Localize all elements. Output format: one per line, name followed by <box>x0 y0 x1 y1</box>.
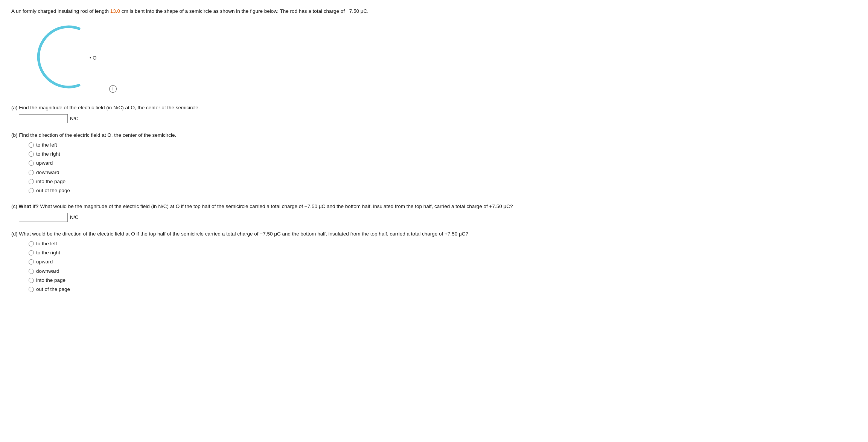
part-d-label-downward: downward <box>36 268 59 275</box>
part-b-radio-downward[interactable] <box>29 170 34 175</box>
part-d-radio-downward[interactable] <box>29 269 34 274</box>
part-c-unit: N/C <box>70 214 78 221</box>
part-b-option-1[interactable]: to the left <box>29 141 857 149</box>
part-b-label-into-page: into the page <box>36 178 65 185</box>
section-c: (c) What if? What would be the magnitude… <box>11 203 857 222</box>
part-c-input-row: N/C <box>19 213 857 222</box>
length-text: cm is bent into the shape of a semicircl… <box>120 8 369 14</box>
part-d-option-5[interactable]: into the page <box>29 277 857 284</box>
part-b-label-left: to the left <box>36 141 57 149</box>
part-d-label-left: to the left <box>36 240 57 248</box>
part-d-letter: (d) <box>11 231 18 237</box>
part-b-radio-upward[interactable] <box>29 161 34 166</box>
info-icon: i <box>109 85 117 93</box>
part-b-label-out-of-page: out of the page <box>36 187 70 194</box>
section-b-label: (b) Find the direction of the electric f… <box>11 132 857 139</box>
part-a-letter: (a) <box>11 105 18 110</box>
section-a: (a) Find the magnitude of the electric f… <box>11 104 857 123</box>
part-d-radio-group: to the left to the right upward downward… <box>29 240 857 294</box>
part-b-option-5[interactable]: into the page <box>29 178 857 185</box>
part-a-unit: N/C <box>70 115 78 122</box>
part-b-radio-into-page[interactable] <box>29 179 34 184</box>
part-d-label-into-page: into the page <box>36 277 65 284</box>
part-d-option-6[interactable]: out of the page <box>29 286 857 293</box>
part-d-radio-upward[interactable] <box>29 259 34 265</box>
part-d-option-2[interactable]: to the right <box>29 249 857 257</box>
part-d-radio-into-page[interactable] <box>29 278 34 283</box>
part-d-option-4[interactable]: downward <box>29 268 857 275</box>
part-b-radio-group: to the left to the right upward downward… <box>29 141 857 195</box>
center-label: • O <box>90 54 96 62</box>
part-d-label-right: to the right <box>36 249 60 257</box>
part-c-letter: (c) <box>11 203 17 209</box>
part-d-option-3[interactable]: upward <box>29 258 857 266</box>
part-b-label-downward: downward <box>36 169 59 176</box>
part-b-label-right: to the right <box>36 150 60 158</box>
part-b-radio-right[interactable] <box>29 151 34 157</box>
part-c-text: What would be the magnitude of the elect… <box>39 203 513 209</box>
part-a-input-row: N/C <box>19 114 857 123</box>
part-d-radio-out-of-page[interactable] <box>29 287 34 292</box>
part-d-radio-right[interactable] <box>29 250 34 255</box>
whatif-label: What if? <box>19 203 39 209</box>
part-d-label-out-of-page: out of the page <box>36 286 70 293</box>
part-d-label-upward: upward <box>36 258 53 266</box>
part-a-text: Find the magnitude of the electric field… <box>19 105 199 110</box>
part-c-input[interactable] <box>19 213 68 222</box>
semicircle-figure <box>34 21 109 93</box>
length-value: 13.0 <box>110 8 120 14</box>
part-b-option-3[interactable]: upward <box>29 159 857 167</box>
part-b-text: Find the direction of the electric field… <box>19 132 176 138</box>
part-b-label-upward: upward <box>36 159 53 167</box>
part-a-input[interactable] <box>19 114 68 123</box>
part-b-option-6[interactable]: out of the page <box>29 187 857 194</box>
part-b-radio-out-of-page[interactable] <box>29 188 34 193</box>
section-d: (d) What would be the direction of the e… <box>11 230 857 294</box>
part-d-option-1[interactable]: to the left <box>29 240 857 248</box>
part-d-radio-left[interactable] <box>29 241 34 246</box>
part-b-option-2[interactable]: to the right <box>29 150 857 158</box>
section-b: (b) Find the direction of the electric f… <box>11 132 857 195</box>
part-b-option-4[interactable]: downward <box>29 169 857 176</box>
part-b-letter: (b) <box>11 132 18 138</box>
part-b-radio-left[interactable] <box>29 142 34 148</box>
intro-text: A uniformly charged insulating rod of le… <box>11 8 110 14</box>
problem-statement: A uniformly charged insulating rod of le… <box>11 8 857 15</box>
section-c-label: (c) What if? What would be the magnitude… <box>11 203 857 210</box>
part-d-text: What would be the direction of the elect… <box>19 231 468 237</box>
section-a-label: (a) Find the magnitude of the electric f… <box>11 104 857 112</box>
section-d-label: (d) What would be the direction of the e… <box>11 230 857 238</box>
figure-area: • O i <box>34 21 132 96</box>
